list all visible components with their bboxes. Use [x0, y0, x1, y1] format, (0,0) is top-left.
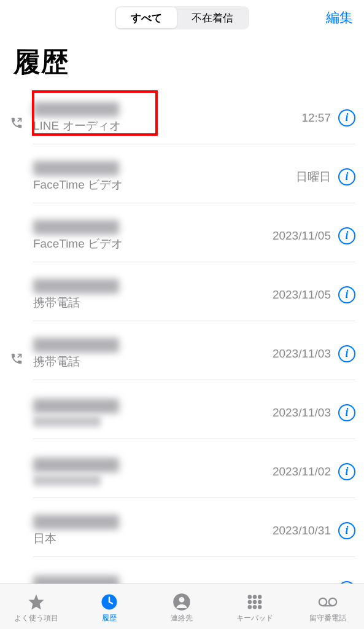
svg-point-12: [319, 598, 326, 606]
call-type: [33, 475, 101, 486]
call-type: 携帯電話: [33, 354, 273, 370]
info-button[interactable]: i: [338, 404, 355, 421]
call-type: 日本: [33, 531, 273, 547]
call-text: 携帯電話: [33, 279, 273, 311]
call-type: FaceTime ビデオ: [33, 177, 296, 193]
call-row-content: 携帯電話2023/11/03i: [33, 334, 355, 380]
call-row-content: 日本2023/10/31i: [33, 510, 355, 557]
call-time: 2023/11/03: [273, 347, 331, 361]
call-list: LINE オーディオ12:57iFaceTime ビデオ日曜日iFaceTime…: [0, 92, 364, 622]
segment-all[interactable]: すべて: [116, 7, 177, 28]
svg-point-9: [248, 605, 252, 609]
star-icon: [26, 592, 46, 612]
keypad-icon: [245, 592, 265, 612]
call-text: [33, 458, 273, 486]
call-text: 日本: [33, 515, 273, 547]
caller-name: [33, 399, 119, 413]
call-type: FaceTime ビデオ: [33, 236, 273, 252]
svg-point-8: [258, 600, 262, 604]
call-text: FaceTime ビデオ: [33, 220, 273, 252]
call-row[interactable]: LINE オーディオ12:57i: [0, 92, 364, 150]
svg-point-6: [248, 600, 252, 604]
call-time: 12:57: [301, 111, 331, 125]
call-row[interactable]: 2023/11/03i: [0, 386, 364, 445]
call-text: FaceTime ビデオ: [33, 161, 296, 193]
call-time: 2023/11/05: [273, 288, 331, 302]
info-button[interactable]: i: [338, 463, 355, 480]
call-row[interactable]: FaceTime ビデオ2023/11/05i: [0, 209, 364, 268]
header: すべて 不在着信 編集: [0, 0, 364, 36]
call-type: [33, 416, 101, 427]
svg-point-11: [258, 605, 262, 609]
info-button[interactable]: i: [338, 227, 355, 244]
call-text: 携帯電話: [33, 338, 273, 370]
call-row-content: FaceTime ビデオ2023/11/05i: [33, 216, 355, 262]
call-row-content: 2023/11/02i: [33, 451, 355, 498]
edit-button[interactable]: 編集: [326, 9, 353, 27]
call-time: 日曜日: [296, 169, 331, 185]
outgoing-call-icon: [0, 473, 33, 477]
tab-label: よく使う項目: [14, 613, 58, 623]
info-button[interactable]: i: [338, 168, 355, 186]
tab-label: 留守番電話: [309, 613, 346, 623]
caller-name: [33, 161, 119, 176]
svg-point-3: [248, 595, 252, 600]
page-title: 履歴: [0, 36, 364, 92]
outgoing-call-icon: [0, 414, 33, 418]
tab-favorites[interactable]: よく使う項目: [0, 592, 73, 623]
clock-icon: [99, 592, 119, 612]
call-type: 携帯電話: [33, 295, 273, 311]
call-time: 2023/10/31: [273, 524, 331, 537]
call-text: LINE オーディオ: [33, 102, 301, 134]
call-row[interactable]: 2023/11/02i: [0, 445, 364, 504]
tab-label: 履歴: [102, 613, 117, 623]
info-button[interactable]: i: [338, 109, 355, 127]
call-time: 2023/11/02: [273, 465, 331, 479]
voicemail-icon: [318, 592, 338, 612]
segment-missed[interactable]: 不在着信: [177, 7, 248, 28]
call-row[interactable]: 日本2023/10/31i: [0, 504, 364, 563]
tab-label: キーパッド: [236, 613, 273, 623]
tab-label: 連絡先: [171, 613, 193, 623]
call-row-content: LINE オーディオ12:57i: [33, 98, 355, 144]
call-type: LINE オーディオ: [33, 118, 301, 134]
info-button[interactable]: i: [338, 522, 355, 539]
svg-point-4: [253, 595, 257, 600]
svg-point-10: [253, 605, 257, 609]
call-row-content: 携帯電話2023/11/05i: [33, 275, 355, 321]
segmented-control: すべて 不在着信: [115, 6, 249, 29]
tab-recents[interactable]: 履歴: [73, 592, 146, 623]
svg-point-5: [258, 595, 262, 600]
call-time: 2023/11/03: [273, 406, 331, 420]
outgoing-call-icon: [0, 178, 33, 182]
info-button[interactable]: i: [338, 345, 355, 362]
call-text: [33, 399, 273, 427]
outgoing-call-icon: [0, 237, 33, 241]
person-icon: [172, 592, 192, 612]
svg-point-2: [179, 597, 185, 603]
caller-name: [33, 515, 119, 529]
caller-name: [33, 220, 119, 235]
tab-keypad[interactable]: キーパッド: [219, 592, 292, 623]
outgoing-call-icon: [0, 296, 33, 300]
call-row-content: FaceTime ビデオ日曜日i: [33, 157, 355, 203]
call-row[interactable]: 携帯電話2023/11/05i: [0, 268, 364, 327]
outgoing-call-icon: [0, 348, 33, 365]
tab-bar: よく使う項目 履歴 連絡先 キーパッド 留守番電話: [0, 584, 364, 629]
call-row[interactable]: FaceTime ビデオ日曜日i: [0, 150, 364, 209]
outgoing-call-icon: [0, 532, 33, 536]
call-row-content: 2023/11/03i: [33, 393, 355, 439]
svg-point-13: [328, 598, 336, 606]
caller-name: [33, 102, 119, 117]
caller-name: [33, 338, 119, 353]
caller-name: [33, 458, 119, 472]
tab-voicemail[interactable]: 留守番電話: [291, 592, 364, 623]
caller-name: [33, 279, 119, 294]
outgoing-call-icon: [0, 112, 33, 130]
svg-point-7: [253, 600, 257, 604]
tab-contacts[interactable]: 連絡先: [145, 592, 219, 623]
call-row[interactable]: 携帯電話2023/11/03i: [0, 327, 364, 386]
info-button[interactable]: i: [338, 286, 355, 303]
call-time: 2023/11/05: [273, 229, 331, 243]
